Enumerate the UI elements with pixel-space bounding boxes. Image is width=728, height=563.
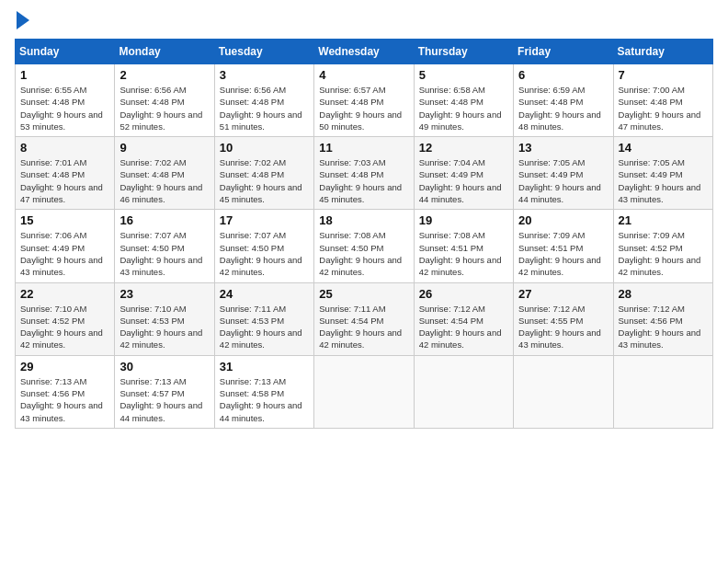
calendar-cell: 21 Sunrise: 7:09 AMSunset: 4:52 PMDaylig… [613,210,712,282]
calendar-cell: 31 Sunrise: 7:13 AMSunset: 4:58 PMDaylig… [214,355,313,428]
cell-date: 4 [319,68,408,82]
cell-date: 7 [619,68,708,82]
cell-info: Sunrise: 7:13 AMSunset: 4:56 PMDaylight:… [20,375,109,424]
cell-date: 25 [319,287,408,301]
calendar-cell: 14 Sunrise: 7:05 AMSunset: 4:49 PMDaylig… [613,137,712,210]
cell-info: Sunrise: 7:08 AMSunset: 4:50 PMDaylight:… [319,229,408,278]
cell-date: 28 [619,287,708,301]
calendar-cell: 2 Sunrise: 6:56 AMSunset: 4:48 PMDayligh… [115,64,214,137]
cell-info: Sunrise: 6:57 AMSunset: 4:48 PMDaylight:… [319,84,408,132]
cell-date: 8 [20,141,109,155]
cell-date: 17 [220,213,309,227]
calendar-cell: 24 Sunrise: 7:11 AMSunset: 4:53 PMDaylig… [214,282,313,355]
cell-info: Sunrise: 6:55 AMSunset: 4:48 PMDaylight:… [20,84,109,132]
cell-date: 11 [319,141,408,155]
cell-date: 18 [319,213,408,227]
cell-date: 30 [119,360,209,373]
calendar-day-header: Friday [514,40,613,64]
calendar-cell: 1 Sunrise: 6:55 AMSunset: 4:48 PMDayligh… [16,64,115,137]
cell-date: 22 [20,287,109,301]
calendar-day-header: Tuesday [214,40,313,64]
calendar-cell: 30 Sunrise: 7:13 AMSunset: 4:57 PMDaylig… [115,355,214,428]
cell-info: Sunrise: 7:09 AMSunset: 4:52 PMDaylight:… [619,229,708,278]
calendar-cell [514,355,613,428]
calendar-cell: 17 Sunrise: 7:07 AMSunset: 4:50 PMDaylig… [214,210,313,282]
cell-info: Sunrise: 7:06 AMSunset: 4:49 PMDaylight:… [20,229,109,278]
cell-info: Sunrise: 7:07 AMSunset: 4:50 PMDaylight:… [220,229,309,278]
calendar-cell: 28 Sunrise: 7:12 AMSunset: 4:56 PMDaylig… [613,282,712,355]
calendar-day-header: Sunday [16,40,115,64]
cell-date: 19 [419,213,508,227]
cell-info: Sunrise: 7:05 AMSunset: 4:49 PMDaylight:… [619,156,708,205]
calendar-cell: 16 Sunrise: 7:07 AMSunset: 4:50 PMDaylig… [115,210,214,282]
calendar-week-row: 22 Sunrise: 7:10 AMSunset: 4:52 PMDaylig… [16,282,713,355]
calendar-cell: 6 Sunrise: 6:59 AMSunset: 4:48 PMDayligh… [514,64,613,137]
cell-info: Sunrise: 7:05 AMSunset: 4:49 PMDaylight:… [518,156,608,205]
calendar-header-row: SundayMondayTuesdayWednesdayThursdayFrid… [16,40,713,64]
calendar-cell [613,355,712,428]
cell-date: 24 [220,287,309,301]
cell-date: 14 [619,141,708,155]
calendar-day-header: Wednesday [314,40,414,64]
cell-info: Sunrise: 7:02 AMSunset: 4:48 PMDaylight:… [220,156,309,205]
cell-info: Sunrise: 6:56 AMSunset: 4:48 PMDaylight:… [220,84,309,132]
cell-info: Sunrise: 7:02 AMSunset: 4:48 PMDaylight:… [119,156,209,205]
cell-date: 15 [20,213,109,227]
cell-info: Sunrise: 7:09 AMSunset: 4:51 PMDaylight:… [518,229,608,278]
cell-info: Sunrise: 7:11 AMSunset: 4:54 PMDaylight:… [319,303,408,351]
cell-info: Sunrise: 7:12 AMSunset: 4:56 PMDaylight:… [619,303,708,351]
cell-date: 16 [119,213,209,227]
calendar-cell: 27 Sunrise: 7:12 AMSunset: 4:55 PMDaylig… [514,282,613,355]
cell-info: Sunrise: 7:12 AMSunset: 4:54 PMDaylight:… [419,303,508,351]
cell-date: 26 [419,287,508,301]
cell-info: Sunrise: 7:04 AMSunset: 4:49 PMDaylight:… [419,156,508,205]
cell-date: 12 [419,141,508,155]
cell-date: 27 [518,287,608,301]
calendar-day-header: Thursday [414,40,513,64]
calendar-table: SundayMondayTuesdayWednesdayThursdayFrid… [15,39,713,429]
cell-info: Sunrise: 7:03 AMSunset: 4:48 PMDaylight:… [319,156,408,205]
calendar-day-header: Monday [115,40,214,64]
logo-arrow-icon [17,11,29,29]
cell-date: 23 [119,287,209,301]
calendar-cell: 5 Sunrise: 6:58 AMSunset: 4:48 PMDayligh… [414,64,513,137]
calendar-body: 1 Sunrise: 6:55 AMSunset: 4:48 PMDayligh… [16,64,713,429]
calendar-cell: 11 Sunrise: 7:03 AMSunset: 4:48 PMDaylig… [314,137,414,210]
page-header [15,15,713,29]
calendar-cell: 18 Sunrise: 7:08 AMSunset: 4:50 PMDaylig… [314,210,414,282]
calendar-cell [414,355,513,428]
calendar-cell: 26 Sunrise: 7:12 AMSunset: 4:54 PMDaylig… [414,282,513,355]
calendar-cell: 15 Sunrise: 7:06 AMSunset: 4:49 PMDaylig… [16,210,115,282]
cell-info: Sunrise: 6:58 AMSunset: 4:48 PMDaylight:… [419,84,508,132]
calendar-day-header: Saturday [613,40,712,64]
calendar-cell: 3 Sunrise: 6:56 AMSunset: 4:48 PMDayligh… [214,64,313,137]
cell-info: Sunrise: 6:59 AMSunset: 4:48 PMDaylight:… [518,84,608,132]
calendar-cell: 22 Sunrise: 7:10 AMSunset: 4:52 PMDaylig… [16,282,115,355]
cell-date: 1 [20,68,109,82]
calendar-cell: 29 Sunrise: 7:13 AMSunset: 4:56 PMDaylig… [16,355,115,428]
cell-date: 29 [20,360,109,373]
cell-info: Sunrise: 7:13 AMSunset: 4:57 PMDaylight:… [119,375,209,424]
cell-info: Sunrise: 7:07 AMSunset: 4:50 PMDaylight:… [119,229,209,278]
cell-info: Sunrise: 7:08 AMSunset: 4:51 PMDaylight:… [419,229,508,278]
calendar-week-row: 8 Sunrise: 7:01 AMSunset: 4:48 PMDayligh… [16,137,713,210]
cell-info: Sunrise: 7:13 AMSunset: 4:58 PMDaylight:… [220,375,309,424]
cell-info: Sunrise: 7:12 AMSunset: 4:55 PMDaylight:… [518,303,608,351]
calendar-cell: 12 Sunrise: 7:04 AMSunset: 4:49 PMDaylig… [414,137,513,210]
cell-date: 21 [619,213,708,227]
cell-info: Sunrise: 6:56 AMSunset: 4:48 PMDaylight:… [119,84,209,132]
calendar-cell: 13 Sunrise: 7:05 AMSunset: 4:49 PMDaylig… [514,137,613,210]
cell-date: 9 [119,141,209,155]
calendar-cell: 10 Sunrise: 7:02 AMSunset: 4:48 PMDaylig… [214,137,313,210]
calendar-cell: 8 Sunrise: 7:01 AMSunset: 4:48 PMDayligh… [16,137,115,210]
cell-info: Sunrise: 7:00 AMSunset: 4:48 PMDaylight:… [619,84,708,132]
logo [15,15,29,29]
cell-date: 5 [419,68,508,82]
calendar-week-row: 29 Sunrise: 7:13 AMSunset: 4:56 PMDaylig… [16,355,713,428]
cell-date: 2 [119,68,209,82]
calendar-cell: 25 Sunrise: 7:11 AMSunset: 4:54 PMDaylig… [314,282,414,355]
calendar-week-row: 1 Sunrise: 6:55 AMSunset: 4:48 PMDayligh… [16,64,713,137]
calendar-cell: 9 Sunrise: 7:02 AMSunset: 4:48 PMDayligh… [115,137,214,210]
cell-date: 3 [220,68,309,82]
cell-info: Sunrise: 7:01 AMSunset: 4:48 PMDaylight:… [20,156,109,205]
